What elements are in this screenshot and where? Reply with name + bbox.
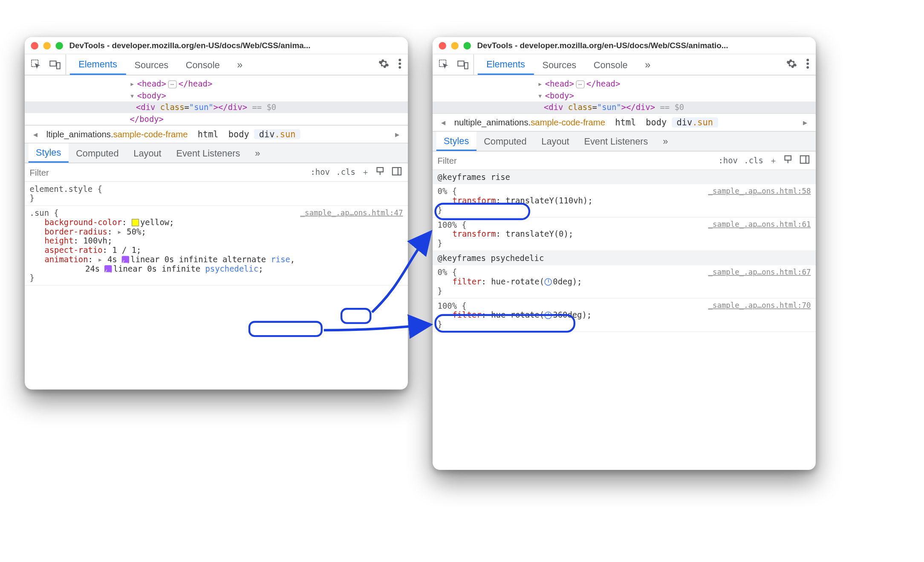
toggle-sidebar-icon[interactable]: [800, 155, 809, 167]
styles-paint-icon[interactable]: [784, 155, 794, 167]
svg-rect-10: [458, 61, 464, 66]
subtabs-more-icon[interactable]: »: [655, 132, 676, 151]
crumb-scroll-left-icon[interactable]: ◂: [438, 118, 450, 127]
hov-toggle[interactable]: :hov: [310, 168, 329, 177]
traffic-lights[interactable]: [31, 42, 63, 49]
dom-body-open[interactable]: ▾<body>: [433, 90, 816, 101]
tab-sources[interactable]: Sources: [534, 55, 585, 75]
zoom-icon[interactable]: [464, 42, 471, 49]
cls-toggle[interactable]: .cls: [336, 168, 355, 177]
easing-editor-icon[interactable]: [105, 265, 112, 272]
rule-sun[interactable]: _sample_.ap…ons.html:47 .sun { backgroun…: [25, 206, 408, 286]
crumb-div-sun[interactable]: div.sun: [254, 129, 300, 139]
source-link[interactable]: _sample_.ap…ons.html:70: [708, 301, 811, 310]
keyframes-link-psychedelic[interactable]: psychedelic: [205, 264, 258, 273]
window-title: DevTools - developer.mozilla.org/en-US/d…: [477, 41, 809, 50]
tabs-more-icon[interactable]: »: [636, 55, 659, 75]
svg-rect-15: [785, 156, 791, 160]
easing-editor-icon[interactable]: [122, 256, 129, 263]
device-toggle-icon[interactable]: [49, 59, 61, 70]
filter-input[interactable]: [25, 167, 304, 177]
devtools-window-left: DevTools - developer.mozilla.org/en-US/d…: [25, 37, 408, 390]
angle-editor-icon[interactable]: [544, 278, 552, 286]
minimize-icon[interactable]: [43, 42, 51, 49]
subtab-styles[interactable]: Styles: [436, 132, 476, 151]
hov-toggle[interactable]: :hov: [718, 156, 737, 165]
kebab-menu-icon[interactable]: [398, 58, 402, 71]
subtab-styles[interactable]: Styles: [29, 143, 69, 162]
dom-tree[interactable]: ▸<head>⋯</head> ▾<body> <div class="sun"…: [25, 75, 408, 125]
dom-body-open[interactable]: ▾<body>: [25, 90, 408, 101]
source-link[interactable]: _sample_.ap…ons.html:61: [708, 220, 811, 229]
styles-panel[interactable]: element.style { } _sample_.ap…ons.html:4…: [25, 182, 408, 286]
keyframe-rise-100[interactable]: _sample_.ap…ons.html:61 100% { transform…: [433, 217, 816, 251]
dom-body-close[interactable]: </body>: [25, 113, 408, 125]
tab-console[interactable]: Console: [177, 55, 228, 75]
minimize-icon[interactable]: [451, 42, 459, 49]
tabbar: Elements Sources Console »: [25, 55, 408, 75]
tab-elements[interactable]: Elements: [70, 55, 126, 75]
dom-head[interactable]: ▸<head>⋯</head>: [433, 78, 816, 90]
kebab-menu-icon[interactable]: [806, 58, 810, 71]
keyframe-rise-0[interactable]: _sample_.ap…ons.html:58 0% { transform: …: [433, 184, 816, 217]
tabs-more-icon[interactable]: »: [228, 55, 251, 75]
color-swatch-icon[interactable]: [132, 219, 139, 226]
dom-head[interactable]: ▸<head>⋯</head>: [25, 78, 408, 90]
filter-input[interactable]: [433, 156, 712, 165]
styles-panel[interactable]: @keyframes rise _sample_.ap…ons.html:58 …: [433, 170, 816, 332]
dom-div-sun[interactable]: ⋯ <div class="sun"></div> == $0: [433, 101, 816, 113]
keyframe-psy-0[interactable]: _sample_.ap…ons.html:67 0% { filter: hue…: [433, 265, 816, 298]
close-icon[interactable]: [439, 42, 446, 49]
crumb-scroll-left-icon[interactable]: ◂: [30, 129, 42, 139]
tab-sources[interactable]: Sources: [126, 55, 177, 75]
angle-editor-icon[interactable]: [544, 312, 552, 319]
crumb-body[interactable]: body: [223, 129, 254, 139]
titlebar: DevTools - developer.mozilla.org/en-US/d…: [433, 37, 816, 55]
device-toggle-icon[interactable]: [457, 59, 468, 70]
source-link[interactable]: _sample_.ap…ons.html:58: [708, 187, 811, 195]
traffic-lights[interactable]: [439, 42, 471, 49]
subtab-computed[interactable]: Computed: [69, 143, 126, 162]
crumb-frame[interactable]: nultiple_animations.sample-code-frame: [449, 118, 610, 127]
crumb-html[interactable]: html: [610, 118, 641, 127]
new-rule-button[interactable]: ＋: [361, 167, 370, 178]
svg-point-4: [398, 62, 401, 65]
subtab-layout[interactable]: Layout: [534, 132, 577, 151]
crumb-html[interactable]: html: [193, 129, 223, 139]
dom-tree[interactable]: ▸<head>⋯</head> ▾<body> ⋯ <div class="su…: [433, 75, 816, 113]
devtools-window-right: DevTools - developer.mozilla.org/en-US/d…: [433, 37, 816, 470]
crumb-body[interactable]: body: [641, 118, 672, 127]
settings-gear-icon[interactable]: [378, 58, 389, 71]
tab-console[interactable]: Console: [585, 55, 636, 75]
toggle-sidebar-icon[interactable]: [392, 166, 401, 178]
crumb-div-sun[interactable]: div.sun: [672, 118, 718, 127]
rule-element-style[interactable]: element.style { }: [25, 182, 408, 206]
crumb-scroll-right-icon[interactable]: ▸: [799, 118, 811, 127]
tab-elements[interactable]: Elements: [478, 55, 534, 75]
new-rule-button[interactable]: ＋: [769, 155, 777, 166]
keyframe-psy-100[interactable]: _sample_.ap…ons.html:70 100% { filter: h…: [433, 298, 816, 332]
breadcrumb[interactable]: ◂ ltiple_animations.sample-code-frame ht…: [25, 125, 408, 144]
settings-gear-icon[interactable]: [786, 58, 797, 71]
subtab-event-listeners[interactable]: Event Listeners: [169, 143, 248, 162]
crumb-frame[interactable]: ltiple_animations.sample-code-frame: [41, 129, 193, 139]
subtab-event-listeners[interactable]: Event Listeners: [577, 132, 655, 151]
subtabs-more-icon[interactable]: »: [248, 143, 268, 162]
subtab-layout[interactable]: Layout: [126, 143, 169, 162]
cls-toggle[interactable]: .cls: [744, 156, 763, 165]
source-link[interactable]: _sample_.ap…ons.html:47: [300, 209, 403, 217]
subtab-computed[interactable]: Computed: [476, 132, 534, 151]
keyframes-header-psychedelic[interactable]: @keyframes psychedelic: [433, 251, 816, 265]
crumb-scroll-right-icon[interactable]: ▸: [391, 129, 403, 139]
styles-paint-icon[interactable]: [376, 166, 386, 178]
inspect-icon[interactable]: [439, 59, 450, 70]
breadcrumb[interactable]: ◂ nultiple_animations.sample-code-frame …: [433, 113, 816, 132]
source-link[interactable]: _sample_.ap…ons.html:67: [708, 268, 811, 276]
inspect-icon[interactable]: [31, 59, 42, 70]
close-icon[interactable]: [31, 42, 38, 49]
keyframes-link-rise[interactable]: rise: [271, 255, 290, 264]
keyframes-header-rise[interactable]: @keyframes rise: [433, 170, 816, 184]
dom-div-sun[interactable]: <div class="sun"></div> == $0: [25, 101, 408, 113]
zoom-icon[interactable]: [56, 42, 63, 49]
svg-rect-6: [377, 168, 384, 172]
